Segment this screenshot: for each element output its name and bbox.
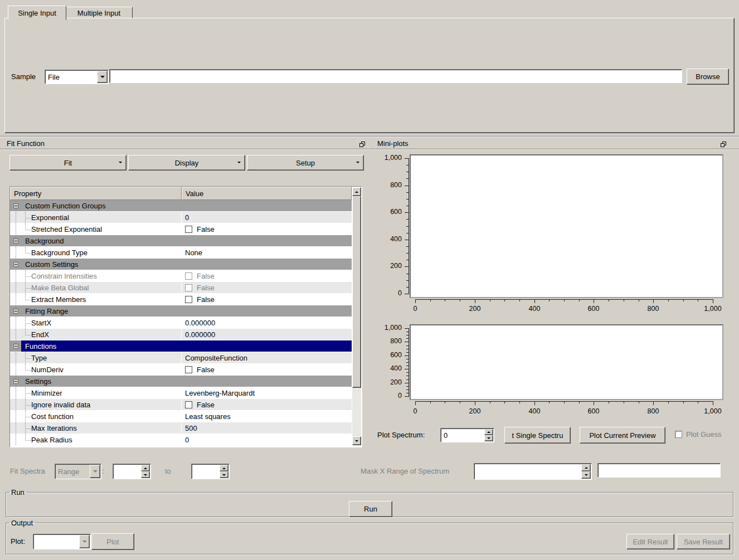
- group-row[interactable]: Functions: [10, 340, 352, 352]
- property-value-cell[interactable]: 500: [182, 422, 352, 434]
- run-button[interactable]: Run: [349, 501, 392, 517]
- property-row[interactable]: Max Iterations500: [10, 422, 352, 434]
- property-value-cell[interactable]: None: [182, 247, 352, 258]
- arrow-down-icon: [585, 474, 588, 476]
- property-value-cell[interactable]: 0.000000: [182, 317, 352, 328]
- property-value-cell[interactable]: Levenberg-Marquardt: [182, 387, 352, 398]
- collapse-icon[interactable]: [13, 238, 18, 244]
- group-row[interactable]: Fitting Range: [10, 305, 352, 317]
- display-menu-button[interactable]: Display: [128, 155, 245, 171]
- float-panel-icon[interactable]: [359, 140, 365, 146]
- property-row[interactable]: Background TypeNone: [10, 247, 352, 259]
- property-label: Extract Members: [31, 295, 86, 304]
- property-row[interactable]: Make Beta GlobalFalse: [10, 282, 352, 294]
- property-value-cell[interactable]: 0.000000: [182, 329, 352, 340]
- property-value-cell[interactable]: False: [182, 270, 352, 281]
- property-row[interactable]: Cost functionLeast squares: [10, 411, 352, 422]
- float-panel-icon[interactable]: [721, 140, 726, 146]
- plot-single-spectrum-button[interactable]: t Single Spectru: [504, 427, 571, 444]
- property-row[interactable]: Ignore invalid dataFalse: [10, 399, 352, 411]
- property-value-cell[interactable]: False: [182, 282, 352, 293]
- spin-down-button[interactable]: [141, 471, 150, 478]
- property-value-cell[interactable]: CompositeFunction: [182, 352, 352, 363]
- spin-up-button[interactable]: [141, 465, 150, 471]
- group-label: Settings: [25, 377, 51, 386]
- tree-elbow: [25, 399, 31, 406]
- collapse-icon[interactable]: [13, 203, 18, 208]
- fit-menu-button[interactable]: Fit: [9, 155, 127, 171]
- plot-canvas[interactable]: [410, 154, 723, 298]
- value-checkbox[interactable]: [185, 401, 192, 408]
- scrollbar-up-button[interactable]: [352, 187, 361, 196]
- tab-single-input[interactable]: Single Input: [8, 6, 66, 20]
- property-row[interactable]: Constrain IntensitiesFalse: [10, 270, 352, 282]
- x-minor-tick: [564, 299, 565, 301]
- mini-plots-title-underline: [369, 149, 739, 150]
- value-checkbox[interactable]: [185, 226, 192, 233]
- plot-current-preview-button[interactable]: Plot Current Preview: [580, 427, 665, 444]
- group-row[interactable]: Settings: [10, 376, 352, 387]
- property-name-cell: StartX: [10, 317, 182, 328]
- property-row[interactable]: MinimizerLevenberg-Marquardt: [10, 387, 352, 399]
- spin-up-button[interactable]: [220, 465, 228, 471]
- y-minor-tick: [406, 253, 409, 254]
- property-row[interactable]: TypeCompositeFunction: [10, 352, 352, 364]
- x-tick-label: 200: [458, 305, 492, 313]
- setup-menu-label: Setup: [296, 159, 315, 167]
- tree-line: [16, 247, 16, 258]
- property-row[interactable]: Extract MembersFalse: [10, 294, 352, 305]
- spin-up-button[interactable]: [581, 464, 591, 471]
- fit-spectra-to-spinbox[interactable]: [191, 464, 230, 479]
- collapse-icon[interactable]: [13, 262, 18, 267]
- table-scrollbar[interactable]: [352, 187, 361, 445]
- x-minor-tick: [668, 401, 669, 403]
- value-checkbox[interactable]: [185, 296, 192, 303]
- spin-down-button[interactable]: [484, 435, 493, 441]
- setup-menu-button[interactable]: Setup: [247, 155, 364, 171]
- property-row[interactable]: Stretched ExponentialFalse: [10, 223, 352, 235]
- y-tick-label: 600: [368, 208, 402, 216]
- spin-down-button[interactable]: [220, 471, 228, 478]
- property-value-cell[interactable]: False: [182, 294, 352, 305]
- tree-line: [16, 352, 16, 363]
- property-value-cell[interactable]: 0: [182, 434, 352, 445]
- property-row[interactable]: NumDerivFalse: [10, 364, 352, 376]
- group-row[interactable]: Custom Settings: [10, 259, 352, 270]
- collapse-icon[interactable]: [13, 379, 18, 384]
- property-row[interactable]: StartX0.000000: [10, 317, 352, 329]
- property-row[interactable]: Exponential0: [10, 212, 352, 223]
- scrollbar-down-button[interactable]: [352, 436, 361, 445]
- dock-separator: [0, 136, 739, 137]
- property-value-cell[interactable]: 0: [182, 212, 352, 223]
- plot-guess-checkbox[interactable]: [675, 431, 682, 438]
- chevron-down-icon: [356, 162, 359, 163]
- plot-canvas[interactable]: [410, 324, 723, 400]
- fit-menu-label: Fit: [64, 159, 72, 167]
- group-row[interactable]: Custom Function Groups: [10, 200, 352, 212]
- spin-up-button[interactable]: [484, 429, 493, 435]
- y-minor-tick: [406, 338, 409, 339]
- fit-spectra-mode-value: Range: [58, 468, 79, 476]
- property-value-cell[interactable]: Least squares: [182, 411, 352, 422]
- collapse-icon[interactable]: [13, 309, 18, 314]
- mask-spectrum-spinbox[interactable]: [474, 463, 592, 480]
- group-row[interactable]: Background: [10, 235, 352, 247]
- fit-spectra-to-label: to: [165, 467, 171, 475]
- x-major-tick: [594, 299, 594, 303]
- plot-spectrum-spinbox[interactable]: 0: [440, 428, 494, 442]
- mask-range-input[interactable]: [597, 463, 721, 478]
- property-value-cell[interactable]: False: [182, 364, 352, 375]
- tab-multiple-input[interactable]: Multiple Input: [65, 7, 133, 19]
- property-value-cell[interactable]: False: [182, 223, 352, 235]
- fit-spectra-label: Fit Spectra: [10, 467, 45, 475]
- value-checkbox[interactable]: [185, 366, 192, 373]
- property-value-cell[interactable]: False: [182, 399, 352, 410]
- property-row[interactable]: Peak Radius0: [10, 434, 352, 446]
- fit-spectra-from-spinbox[interactable]: [113, 464, 151, 479]
- collapse-icon[interactable]: [13, 344, 18, 349]
- combo-dropdown-button: [79, 535, 90, 548]
- y-minor-tick: [406, 359, 409, 359]
- property-row[interactable]: EndX0.000000: [10, 329, 352, 340]
- spin-down-button[interactable]: [581, 471, 591, 479]
- scrollbar-thumb[interactable]: [352, 196, 361, 388]
